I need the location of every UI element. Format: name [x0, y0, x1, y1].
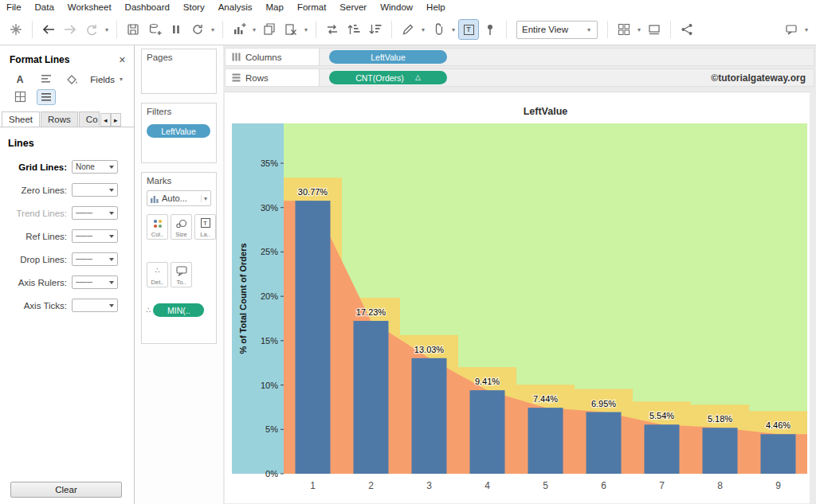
- menu-analysis[interactable]: Analysis: [218, 2, 253, 12]
- menu-dashboard[interactable]: Dashboard: [125, 2, 170, 12]
- menu-format[interactable]: Format: [297, 2, 326, 12]
- lines-format-button[interactable]: [37, 90, 55, 104]
- ref-lines-select[interactable]: ───: [72, 229, 118, 243]
- axis-rulers-select[interactable]: ───: [72, 275, 118, 289]
- bar-value-label: 17.23%: [356, 307, 386, 317]
- filter-pill-leftvalue[interactable]: LeftValue: [147, 124, 210, 138]
- tooltip-button[interactable]: [782, 20, 801, 39]
- chevron-down-icon[interactable]: ▾: [636, 26, 642, 33]
- mark-type-dropdown[interactable]: Auto... ▾: [147, 190, 211, 206]
- close-icon[interactable]: ✕: [119, 55, 126, 65]
- format-row-axis-ticks: Axis Ticks:: [0, 294, 134, 317]
- menu-window[interactable]: Window: [380, 2, 413, 12]
- bar-mark[interactable]: [296, 201, 331, 474]
- show-mark-labels-button[interactable]: T: [459, 20, 478, 39]
- zero-lines-select[interactable]: [72, 183, 118, 197]
- fields-dropdown[interactable]: Fields ▾: [90, 75, 124, 84]
- panel-title: Format Lines: [10, 54, 69, 65]
- bar-mark[interactable]: [470, 390, 505, 474]
- bar-mark[interactable]: [586, 412, 622, 474]
- rows-shelf-label-cell: Rows: [226, 69, 320, 86]
- back-button[interactable]: [39, 20, 58, 39]
- sort-descending-button[interactable]: [366, 20, 385, 39]
- tab-rows[interactable]: Rows: [41, 111, 78, 127]
- color-mark-button[interactable]: Col..: [147, 214, 168, 240]
- font-format-button[interactable]: A: [11, 72, 29, 87]
- borders-format-button[interactable]: [11, 90, 29, 104]
- redo-button[interactable]: [82, 20, 101, 39]
- grid-lines-select[interactable]: None: [72, 160, 118, 174]
- filters-card[interactable]: Filters LeftValue: [141, 103, 217, 163]
- x-axis-tick-label: 4: [484, 480, 490, 491]
- chevron-down-icon[interactable]: ▾: [303, 26, 309, 33]
- new-worksheet-button[interactable]: [230, 20, 249, 39]
- tab-scroll-left-icon[interactable]: ◂: [100, 113, 111, 127]
- bar-mark[interactable]: [354, 321, 389, 474]
- pause-updates-button[interactable]: [167, 20, 186, 39]
- tooltip-mark-button[interactable]: To..: [171, 262, 192, 287]
- axis-ticks-select[interactable]: [72, 299, 118, 312]
- chevron-down-icon: [109, 235, 114, 238]
- menu-worksheet[interactable]: Worksheet: [68, 2, 112, 12]
- y-axis-title: % of Total Count of Orders: [238, 243, 248, 354]
- columns-shelf[interactable]: Columns LeftValue: [225, 48, 814, 66]
- menu-help[interactable]: Help: [426, 2, 445, 12]
- alignment-format-button[interactable]: [37, 72, 55, 87]
- fix-axes-button[interactable]: [481, 20, 500, 39]
- y-axis-tick-label: 30%: [261, 203, 278, 213]
- chevron-down-icon[interactable]: ▾: [450, 26, 457, 33]
- refresh-button[interactable]: [188, 20, 207, 39]
- bar-mark[interactable]: [645, 424, 680, 474]
- highlight-button[interactable]: [398, 20, 418, 39]
- tab-scroll-right-icon[interactable]: ▸: [111, 113, 121, 127]
- rows-shelf[interactable]: Rows CNT(Orders) △ ©tutorialgateway.org: [225, 68, 814, 87]
- tab-sheet[interactable]: Sheet: [2, 111, 40, 127]
- menu-map[interactable]: Map: [266, 2, 284, 12]
- marks-card[interactable]: Marks Auto... ▾ Col.. Size T La..: [141, 172, 217, 344]
- trend-lines-select[interactable]: ───: [72, 206, 118, 220]
- view-mode-dropdown[interactable]: Entire View ▾: [516, 21, 598, 39]
- sort-ascending-button[interactable]: [344, 20, 363, 39]
- menu-server[interactable]: Server: [339, 2, 367, 12]
- swap-rows-columns-button[interactable]: [323, 20, 342, 39]
- worksheet-area: Columns LeftValue Rows CNT(Orders) △ ©tu…: [223, 45, 816, 504]
- chevron-down-icon[interactable]: ▾: [803, 26, 810, 33]
- rows-pill-cnt-orders[interactable]: CNT(Orders) △: [329, 71, 447, 84]
- attachment-button[interactable]: [429, 20, 448, 39]
- clear-button[interactable]: Clear: [10, 482, 122, 498]
- share-button[interactable]: [677, 20, 696, 39]
- save-button[interactable]: [124, 20, 143, 39]
- chevron-down-icon: ▾: [118, 76, 124, 83]
- chevron-down-icon[interactable]: ▾: [420, 26, 426, 33]
- detail-mark-button[interactable]: ∴ Det..: [147, 262, 168, 287]
- drop-lines-select[interactable]: ───: [72, 252, 118, 266]
- x-axis-tick-label: 8: [717, 480, 723, 491]
- label-mark-button[interactable]: T La..: [194, 214, 216, 240]
- chevron-down-icon[interactable]: ▾: [251, 26, 257, 33]
- forward-button[interactable]: [61, 20, 80, 39]
- menu-file[interactable]: File: [6, 2, 22, 12]
- bar-mark[interactable]: [412, 358, 447, 474]
- chart-canvas[interactable]: 30.77%117.23%213.03%39.41%47.44%56.95%65…: [225, 119, 810, 504]
- shading-format-button[interactable]: [64, 72, 81, 87]
- marks-field-pill-min[interactable]: MIN(..: [153, 303, 204, 317]
- menu-story[interactable]: Story: [183, 2, 205, 12]
- bar-value-label: 9.41%: [475, 377, 500, 386]
- clear-sheet-button[interactable]: [281, 20, 300, 39]
- tab-columns[interactable]: Co: [79, 111, 100, 127]
- toolbar-divider: [116, 21, 117, 38]
- presentation-mode-button[interactable]: [645, 20, 664, 39]
- chevron-down-icon[interactable]: ▾: [210, 26, 216, 33]
- new-data-source-button[interactable]: [145, 20, 164, 39]
- show-me-button[interactable]: [614, 20, 634, 39]
- tableau-logo-icon[interactable]: [6, 20, 26, 39]
- bar-mark[interactable]: [703, 428, 738, 474]
- columns-pill-leftvalue[interactable]: LeftValue: [329, 50, 447, 64]
- pages-card[interactable]: Pages: [141, 49, 217, 94]
- duplicate-sheet-button[interactable]: [260, 20, 279, 39]
- menu-data[interactable]: Data: [35, 2, 54, 12]
- bar-mark[interactable]: [761, 434, 796, 474]
- bar-mark[interactable]: [528, 408, 563, 474]
- chevron-down-icon[interactable]: ▾: [104, 26, 110, 33]
- size-mark-button[interactable]: Size: [171, 214, 192, 240]
